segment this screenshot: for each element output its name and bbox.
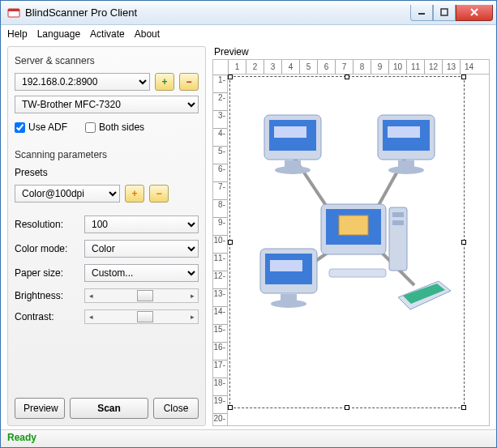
ruler-v-tick: 5-: [213, 146, 227, 164]
close-window-button[interactable]: [456, 5, 493, 21]
right-panel: Preview 1234567891011121314 1-2-3-4-5-6-…: [212, 46, 490, 426]
preview-canvas: [228, 75, 489, 425]
svg-rect-18: [398, 160, 414, 167]
handle-bm[interactable]: [345, 405, 349, 410]
ruler-v-tick: 16-: [213, 342, 227, 360]
preview-image: [244, 99, 455, 326]
scanner-select[interactable]: TW-Brother MFC-7320: [15, 96, 199, 113]
resolution-select[interactable]: 100: [84, 215, 199, 233]
server-section-label: Server & scanners: [15, 55, 199, 66]
paper-size-select[interactable]: Custom...: [84, 264, 199, 282]
ruler-v-tick: 14-: [213, 306, 227, 324]
window-buttons: [410, 5, 493, 21]
status-bar: Ready: [1, 429, 496, 447]
svg-point-14: [275, 166, 311, 174]
ruler-v-tick: 13-: [213, 288, 227, 306]
handle-br[interactable]: [461, 405, 466, 410]
maximize-button[interactable]: [433, 5, 456, 21]
ruler-v-tick: 19-: [213, 395, 227, 413]
ruler-h-tick: 10: [388, 60, 406, 74]
ruler-h-tick: 13: [442, 60, 460, 74]
ruler-v-tick: 18-: [213, 378, 227, 395]
minus-icon: −: [186, 76, 191, 87]
contrast-thumb[interactable]: [137, 311, 153, 322]
svg-rect-31: [329, 269, 386, 277]
menu-language[interactable]: Language: [37, 28, 80, 40]
brightness-thumb[interactable]: [137, 290, 153, 301]
color-mode-select[interactable]: Color: [84, 240, 199, 258]
use-adf-checkbox[interactable]: [15, 122, 25, 133]
svg-rect-17: [388, 126, 420, 138]
color-mode-label: Color mode:: [15, 243, 79, 254]
scan-button[interactable]: Scan: [70, 398, 148, 419]
svg-point-19: [388, 166, 424, 174]
chevron-right-icon[interactable]: ▸: [186, 289, 198, 302]
ruler-h-tick: 8: [353, 60, 371, 74]
handle-tr[interactable]: [461, 75, 466, 79]
preset-select[interactable]: Color@100dpi: [15, 185, 120, 203]
svg-rect-22: [270, 260, 302, 271]
handle-tm[interactable]: [345, 75, 349, 79]
minimize-button[interactable]: [410, 5, 433, 21]
server-address-select[interactable]: 192.168.0.2:8900: [15, 73, 150, 91]
menubar: Help Language Activate About: [1, 25, 496, 43]
contrast-label: Contrast:: [15, 311, 79, 322]
svg-rect-23: [281, 294, 297, 301]
plus-icon: +: [161, 76, 167, 87]
status-text: Ready: [7, 432, 36, 443]
scan-section-label: Scanning parameters: [15, 149, 199, 160]
ruler-v-tick: 7-: [213, 181, 227, 199]
remove-preset-button[interactable]: −: [149, 185, 169, 203]
both-sides-checkbox[interactable]: [85, 122, 96, 133]
ruler-v-tick: 9-: [213, 217, 227, 235]
window-title: BlindScanner Pro Client: [25, 6, 410, 19]
svg-point-24: [271, 300, 306, 308]
brightness-slider[interactable]: ◂ ▸: [84, 288, 199, 303]
menu-help[interactable]: Help: [7, 28, 28, 40]
handle-tl[interactable]: [228, 75, 233, 79]
preview-area[interactable]: 1234567891011121314 1-2-3-4-5-6-7-8-9-10…: [212, 59, 490, 426]
minus-icon: −: [156, 188, 161, 199]
add-preset-button[interactable]: +: [125, 185, 144, 203]
ruler-h-tick: 12: [424, 60, 442, 74]
handle-mr[interactable]: [461, 240, 466, 245]
ruler-v-tick: 10-: [213, 235, 227, 253]
ruler-h-tick: 2: [246, 60, 263, 74]
handle-ml[interactable]: [228, 240, 233, 245]
ruler-h-tick: 5: [299, 60, 317, 74]
ruler-h-tick: 7: [335, 60, 353, 74]
chevron-left-icon[interactable]: ◂: [85, 310, 96, 323]
svg-rect-12: [274, 126, 306, 138]
ruler-v-tick: 17-: [213, 360, 227, 378]
remove-server-button[interactable]: −: [179, 73, 199, 91]
ruler-v-tick: 2-: [213, 92, 227, 110]
add-server-button[interactable]: +: [155, 73, 174, 91]
ruler-v-tick: 6-: [213, 164, 227, 181]
menu-about[interactable]: About: [135, 28, 160, 40]
ruler-h-tick: 6: [317, 60, 335, 74]
ruler-horizontal: 1234567891011121314: [228, 60, 489, 75]
ruler-h-tick: 4: [281, 60, 299, 74]
preview-label: Preview: [212, 46, 490, 58]
svg-rect-30: [392, 220, 404, 225]
close-button[interactable]: Close: [153, 398, 199, 419]
app-icon: [7, 6, 20, 19]
handle-bl[interactable]: [228, 405, 233, 410]
preview-button[interactable]: Preview: [15, 398, 65, 419]
plus-icon: +: [131, 188, 137, 199]
ruler-h-tick: 3: [263, 60, 281, 74]
svg-rect-3: [441, 9, 448, 15]
chevron-left-icon[interactable]: ◂: [85, 289, 96, 302]
menu-activate[interactable]: Activate: [90, 28, 125, 40]
ruler-h-tick: 11: [406, 60, 424, 74]
ruler-v-tick: 8-: [213, 199, 227, 217]
contrast-slider[interactable]: ◂ ▸: [84, 309, 199, 324]
ruler-v-tick: 4-: [213, 128, 227, 146]
app-window: BlindScanner Pro Client Help Language Ac…: [0, 0, 497, 448]
ruler-h-tick: 14: [460, 60, 478, 74]
svg-rect-13: [285, 160, 301, 167]
presets-label: Presets: [15, 167, 199, 178]
chevron-right-icon[interactable]: ▸: [186, 310, 198, 323]
svg-rect-1: [8, 9, 19, 11]
svg-rect-27: [339, 215, 368, 235]
